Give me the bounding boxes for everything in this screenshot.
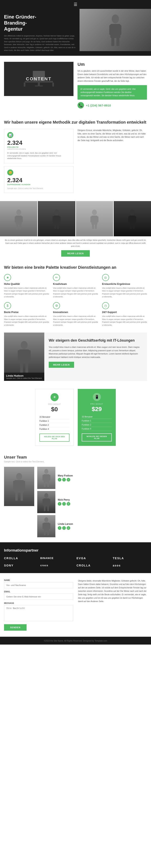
svg-point-24: [92, 210, 97, 215]
svg-rect-39: [28, 350, 31, 361]
gallery-caption: Bis zu einem gewissen Grad ist es uns ge…: [0, 236, 151, 250]
stat2-label: ZUFRIEDENE KUNDEN: [7, 184, 70, 186]
it-person-name-box: Linda Hudson Sample text. Click to selec…: [4, 373, 44, 381]
hero-title-line1: Eine Gründer-: [4, 14, 36, 20]
team-member-0-social: f t in: [58, 478, 73, 482]
social-in-0[interactable]: in: [67, 478, 70, 482]
service-text-3: Vius scelpil telus maum a diam maecenas …: [4, 315, 49, 327]
svg-rect-56: [42, 499, 44, 505]
submit-btn[interactable]: SENDEN: [4, 624, 27, 631]
gallery-section: Bis zu einem gewissen Grad ist es uns ge…: [0, 201, 151, 259]
svg-point-12: [16, 210, 21, 215]
pricing-features-paid: 15 Benutzer Funktion 1 Funktion 2 Funkti…: [82, 415, 112, 431]
service-item-0: ★ Hohe Qualität Vius scelpil telus maum …: [4, 274, 49, 298]
pricing-price-free: $0: [39, 406, 69, 413]
gallery-more-btn[interactable]: MEHR LESEN: [61, 250, 90, 257]
content-image-box: CONTENT: [4, 62, 73, 96]
stat1-label: PROJEKTE: [7, 146, 70, 148]
pricing-btn-paid[interactable]: WÄHLEN SIE DIESEN PLAN: [82, 433, 112, 441]
stat2-desc: Sample text. Click to select the Text El…: [7, 187, 70, 190]
contact-form-area: NAME EMAIL MESSAGE SENDEN: [4, 579, 73, 631]
hero-person-silhouette: [107, 14, 123, 46]
about-right: Um Ich zu glauben, wenn ich ausschreiben…: [78, 62, 147, 108]
gallery-item-2: [38, 201, 75, 236]
svg-rect-46: [15, 492, 18, 501]
about-left: CONTENT: [4, 62, 73, 108]
svg-point-36: [21, 341, 28, 349]
team-member-1-info: Nick Perry f t in: [58, 498, 70, 506]
social-fb-0[interactable]: f: [58, 478, 61, 482]
email-input[interactable]: [4, 594, 73, 600]
it-text-area: Wir steigern den Geschäftserfolg mit IT-…: [44, 333, 147, 381]
stat1-icon: 📊: [7, 132, 13, 138]
svg-rect-2: [109, 25, 112, 35]
services-grid: ★ Hohe Qualität Vius scelpil telus maum …: [4, 274, 147, 327]
name-form-group: NAME: [4, 579, 73, 588]
svg-rect-43: [14, 480, 24, 493]
svg-rect-37: [19, 349, 29, 364]
social-tw-1[interactable]: t: [62, 502, 66, 506]
partner-binance: BINANCE: [40, 557, 74, 560]
social-in-2[interactable]: in: [67, 526, 70, 530]
pricing-feature-paid-0: 15 Benutzer: [82, 415, 112, 419]
service-icon-5: ◷: [102, 302, 109, 309]
hero-image: [80, 9, 151, 51]
svg-rect-23: [57, 224, 59, 229]
svg-rect-15: [21, 216, 23, 222]
it-more-btn[interactable]: MEHR LESEN: [49, 362, 74, 368]
social-fb-2[interactable]: f: [58, 526, 61, 530]
about-section: CONTENT Um Ich zu glauben, wenn ich auss…: [0, 56, 151, 115]
hero-title: Eine Gründer- Branding- Agentur: [4, 14, 76, 32]
stat2-icon: 😊: [7, 169, 13, 176]
svg-rect-53: [47, 482, 49, 487]
service-item-2: ◎ Erstaunliche Ergebnisse Vius scelpil t…: [102, 274, 147, 298]
team-member-0-img: [37, 467, 55, 489]
svg-rect-57: [49, 499, 50, 505]
it-title: Wir steigern den Geschäftserfolg mit IT-…: [49, 338, 143, 343]
social-in-1[interactable]: in: [67, 502, 70, 506]
service-title-2: Erstaunliche Ergebnisse: [102, 283, 147, 285]
gallery-item-4: [114, 201, 151, 236]
pricing-cards: ☀ PRO MONAT $0 15 Benutzer Funktion 1 Fu…: [35, 389, 116, 446]
service-icon-0: ★: [4, 274, 11, 281]
message-input[interactable]: [4, 605, 73, 621]
pricing-btn-free[interactable]: HOLEN SIE SICH DEN PLAN: [39, 434, 69, 442]
social-fb-1[interactable]: f: [58, 502, 61, 506]
social-tw-0[interactable]: t: [62, 478, 66, 482]
svg-rect-55: [43, 498, 49, 506]
hero-section: Eine Gründer- Branding- Agentur Der effe…: [0, 9, 151, 56]
svg-rect-49: [43, 474, 49, 482]
svg-rect-61: [43, 523, 49, 531]
partner-crolla-1: CROLLA: [4, 557, 38, 560]
partner-asos: asos: [113, 564, 147, 567]
social-tw-2[interactable]: t: [62, 526, 66, 530]
pricing-feature-free-1: Funktion 1: [39, 419, 69, 423]
gallery-item-1: [0, 201, 37, 236]
partners-grid: CROLLA BINANCE EVGA TESLA SONY crocs CRO…: [4, 557, 147, 567]
gallery-grid: [0, 201, 151, 236]
hero-title-line2: Branding-: [4, 20, 27, 26]
contact-section: NAME EMAIL MESSAGE SENDEN Übrigens bleib…: [0, 573, 151, 637]
service-icon-3: $: [4, 302, 11, 309]
message-form-group: MESSAGE: [4, 602, 73, 622]
service-text-0: Vius scelpil telus maum a diam maecenas …: [4, 287, 49, 298]
pricing-feature-free-2: Funktion 2: [39, 423, 69, 427]
svg-rect-32: [128, 216, 130, 222]
pricing-card-paid: 📱 PRO MONAT $29 15 Benutzer Funktion 1 F…: [78, 389, 116, 446]
service-icon-1: ✏: [53, 274, 60, 281]
pricing-features-free: 15 Benutzer Funktion 1 Funktion 2 Funkti…: [39, 415, 69, 431]
stat-box-1: 📊 2.324 PROJEKTE ABGESCHLOSSEN Er vermen…: [4, 129, 73, 163]
header: ☰: [0, 0, 151, 9]
stats-left: 📊 2.324 PROJEKTE ABGESCHLOSSEN Er vermen…: [4, 129, 73, 193]
svg-rect-28: [92, 224, 94, 229]
team-members-small: Mary Fodson f t in Nick Perry f: [37, 467, 147, 537]
pricing-pro-label-free: PRO MONAT: [39, 403, 69, 405]
name-input[interactable]: [4, 582, 73, 588]
svg-rect-8: [38, 83, 40, 86]
hamburger-icon[interactable]: ☰: [74, 2, 77, 7]
name-label: NAME: [4, 579, 73, 581]
team-member-0: Mary Fodson f t in: [37, 467, 147, 489]
phone-number[interactable]: +1 (234) 567-8910: [86, 104, 111, 107]
partners-section: Informationspartner CROLLA BINANCE EVGA …: [0, 542, 151, 573]
team-member-1-img: [37, 491, 55, 513]
